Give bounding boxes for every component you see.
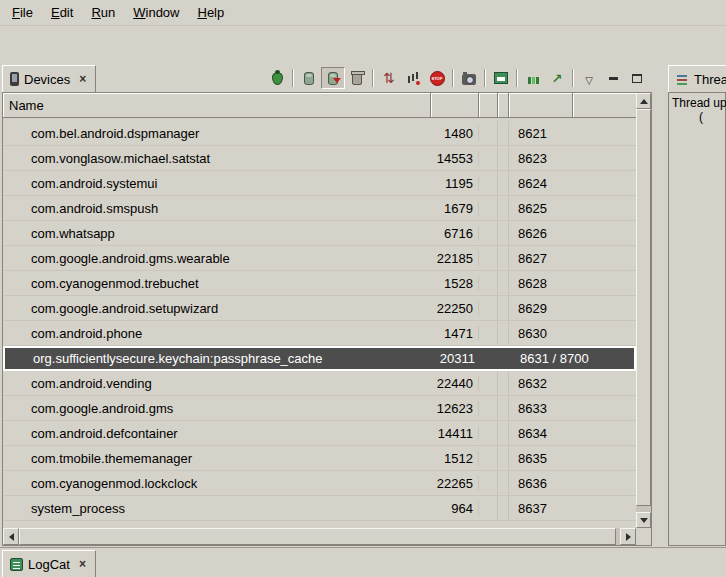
panel-sash[interactable] — [652, 64, 668, 546]
process-port: 8625 — [509, 201, 573, 216]
process-col3 — [479, 121, 498, 145]
tab-threads[interactable]: Threads — [668, 65, 726, 92]
process-port: 8623 — [509, 151, 573, 166]
process-pid: 1471 — [431, 326, 479, 341]
minimize-button[interactable] — [601, 67, 625, 89]
process-row[interactable]: com.vonglasow.michael.satstat145538623 — [3, 146, 636, 171]
process-col3 — [479, 496, 498, 520]
process-name: com.tmobile.thememanager — [3, 451, 431, 466]
process-row[interactable]: com.tmobile.thememanager15128635 — [3, 446, 636, 471]
process-col3 — [479, 146, 498, 170]
arrow-left-icon — [5, 533, 14, 541]
scroll-down-button[interactable] — [636, 512, 651, 528]
horizontal-scrollbar-thumb[interactable] — [19, 528, 616, 545]
process-row[interactable]: com.android.smspush16798625 — [3, 196, 636, 221]
column-header-3[interactable] — [479, 93, 498, 118]
tracing-button[interactable] — [545, 67, 569, 89]
process-row[interactable]: com.cyanogenmod.lockclock222658636 — [3, 471, 636, 496]
menu-file[interactable]: File — [3, 2, 42, 23]
process-name: com.android.smspush — [3, 201, 431, 216]
process-row[interactable]: com.google.android.gms.wearable221858627 — [3, 246, 636, 271]
process-row[interactable]: com.android.defcontainer144118634 — [3, 421, 636, 446]
menu-window[interactable]: Window — [124, 2, 188, 23]
scroll-right-button[interactable] — [620, 528, 636, 545]
process-name: com.cyanogenmod.lockclock — [3, 476, 431, 491]
menu-edit[interactable]: Edit — [42, 2, 82, 23]
stop-process-button[interactable]: STOP — [425, 67, 449, 89]
process-col4 — [498, 121, 509, 145]
process-pid: 22185 — [431, 251, 479, 266]
column-header-port[interactable] — [509, 93, 573, 118]
tab-logcat[interactable]: LogCat — [2, 550, 96, 577]
process-row[interactable]: com.android.phone14718630 — [3, 321, 636, 346]
method-profiling-button[interactable] — [401, 67, 425, 89]
arrow-up-icon — [640, 95, 648, 104]
process-row[interactable]: com.bel.android.dspmanager14808621 — [3, 121, 636, 146]
column-header-fill — [573, 93, 636, 118]
screen-capture-icon — [462, 74, 476, 85]
process-pid: 1679 — [431, 201, 479, 216]
vertical-scrollbar-thumb[interactable] — [636, 109, 651, 506]
update-heap-button[interactable] — [297, 67, 321, 89]
process-port: 8629 — [509, 301, 573, 316]
process-pid: 22250 — [431, 301, 479, 316]
menu-help[interactable]: Help — [188, 2, 233, 23]
column-header-pid[interactable] — [431, 93, 479, 118]
close-icon[interactable] — [77, 74, 88, 85]
process-col3 — [479, 171, 498, 195]
process-name: com.bel.android.dspmanager — [3, 126, 431, 141]
scroll-up-button[interactable] — [636, 93, 651, 109]
tab-devices[interactable]: Devices — [2, 65, 96, 92]
update-threads-button[interactable] — [377, 67, 401, 89]
process-row[interactable]: com.android.vending224408632 — [3, 371, 636, 396]
threads-icon — [676, 73, 689, 86]
process-port: 8631 / 8700 — [511, 351, 589, 366]
horizontal-scrollbar[interactable] — [3, 528, 636, 545]
threads-content: Thread up ( — [668, 92, 726, 546]
process-col3 — [479, 396, 498, 420]
tracing-icon — [551, 71, 564, 85]
cause-gc-button[interactable] — [345, 67, 369, 89]
process-name: com.google.android.gms — [3, 401, 431, 416]
debug-process-icon — [272, 72, 283, 85]
maximize-button[interactable] — [625, 67, 649, 89]
process-col3 — [479, 196, 498, 220]
process-pid: 20311 — [433, 351, 481, 366]
process-col3 — [479, 246, 498, 270]
process-row[interactable]: org.sufficientlysecure.keychain:passphra… — [3, 346, 636, 371]
process-row[interactable]: com.cyanogenmod.trebuchet15288628 — [3, 271, 636, 296]
process-row[interactable]: system_process9648637 — [3, 496, 636, 521]
process-row[interactable]: com.google.android.gms126238633 — [3, 396, 636, 421]
minimize-icon — [609, 77, 618, 80]
toolbar-separator — [372, 69, 374, 87]
dump-hprof-button[interactable] — [321, 67, 345, 89]
vertical-scrollbar[interactable] — [636, 93, 651, 528]
menu-run[interactable]: Run — [82, 2, 124, 23]
process-col3 — [479, 271, 498, 295]
column-header-4[interactable] — [498, 93, 509, 118]
screen-record-button[interactable] — [489, 67, 513, 89]
screen-capture-button[interactable] — [457, 67, 481, 89]
process-port: 8636 — [509, 476, 573, 491]
process-pid: 1195 — [431, 176, 479, 191]
scrollbar-corner — [636, 528, 651, 545]
devices-tabbar: Devices STOP — [2, 64, 652, 92]
process-table: Name com.bel.android.dspmanager14808621c… — [2, 92, 652, 546]
process-row[interactable]: com.android.systemui11958624 — [3, 171, 636, 196]
close-icon[interactable] — [77, 559, 88, 570]
process-name: system_process — [3, 501, 431, 516]
scroll-left-button[interactable] — [3, 528, 19, 545]
process-pid: 22265 — [431, 476, 479, 491]
process-name: com.android.vending — [3, 376, 431, 391]
process-row[interactable]: com.whatsapp67168626 — [3, 221, 636, 246]
debug-process-button[interactable] — [265, 67, 289, 89]
process-port: 8624 — [509, 176, 573, 191]
process-col4 — [498, 321, 509, 345]
process-port: 8627 — [509, 251, 573, 266]
view-menu-button[interactable] — [577, 67, 601, 89]
column-header-name[interactable]: Name — [3, 93, 431, 118]
process-row[interactable]: com.google.android.setupwizard222508629 — [3, 296, 636, 321]
method-profiling-icon — [407, 71, 420, 85]
process-pid: 1480 — [431, 126, 479, 141]
sysinfo-button[interactable] — [521, 67, 545, 89]
